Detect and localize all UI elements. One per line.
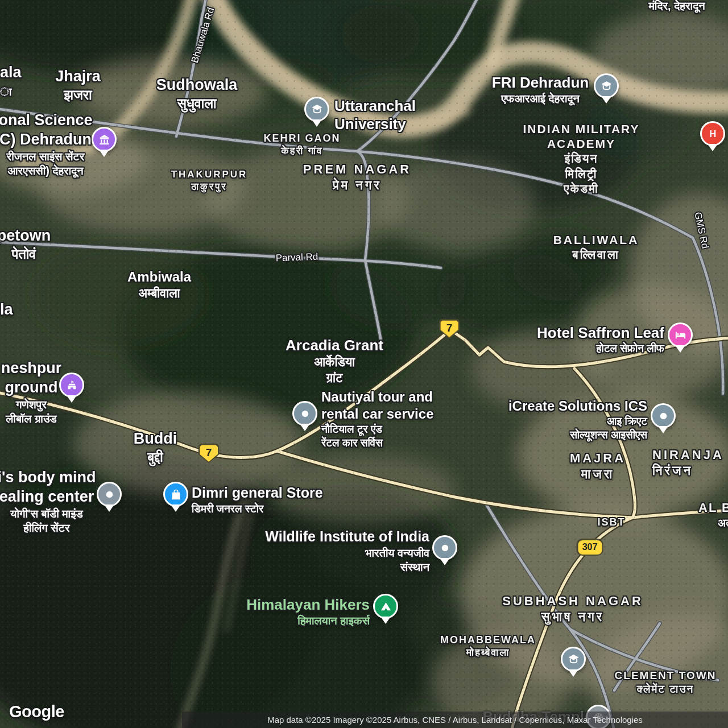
map-label-kehri-gaon: KEHRI GAONकेहरी गांव — [263, 132, 340, 158]
hospital-pin[interactable]: H — [700, 121, 725, 146]
route-shield-route-7-buddi: 7 — [198, 444, 220, 464]
nautiyal-pin[interactable] — [292, 401, 317, 426]
map-label-line: मोहब्बेवाला — [440, 646, 536, 659]
map-label-line: CLEMENT TOWN — [615, 669, 717, 682]
map-label-line: ground — [1, 378, 62, 398]
map-label-line: PREM NAGAR — [303, 162, 411, 177]
map-label-line: क्लेमेंट टाउन — [615, 682, 717, 696]
map-label-line: मिलिट्री — [523, 167, 640, 181]
map-label-line: इंडियन — [523, 151, 640, 166]
clement-school-pin[interactable] — [561, 647, 586, 672]
map-label-nautiyal-car-service[interactable]: Nautiyal tour andrental car serviceनौटिय… — [321, 388, 433, 450]
route-shield-route-307: 307 — [577, 539, 603, 556]
map-label-line: योगी'स बॉडी माइंड — [0, 507, 96, 521]
map-label-yogi-healing-center[interactable]: i's body mindealing centerयोगी'स बॉडी मा… — [0, 468, 96, 535]
ganeshpur-ground-pin[interactable] — [59, 373, 84, 398]
map-label-line: ा — [0, 85, 12, 99]
regional-science-centre-pin[interactable] — [92, 127, 117, 152]
wildlife-institute-pin[interactable] — [432, 535, 457, 560]
dot-icon — [103, 488, 116, 501]
map-label-line: Arcadia Grant — [286, 336, 383, 355]
dot-icon — [439, 541, 452, 555]
hotel-saffron-leaf-pin[interactable] — [668, 322, 693, 348]
fri-dehradun-pin[interactable] — [594, 73, 619, 98]
map-label-la-fragment: la — [0, 300, 13, 320]
map-label-line: FRI Dehradun — [492, 73, 589, 92]
bed-icon — [674, 329, 687, 342]
google-logo[interactable]: Google — [9, 702, 64, 721]
map-label-mandir-dehradun[interactable]: मंदिर, देहरादून — [649, 0, 705, 13]
map-label-line: बल्लिवाला — [553, 247, 639, 262]
map-label-line: MAJRA — [570, 450, 626, 466]
map-label-line: Himalayan Hikers — [246, 595, 370, 614]
map-label-line: सोल्यूशन्स आइसीएस — [508, 428, 647, 442]
map-label-line: University — [334, 115, 416, 134]
map-label-line: पेतोवं — [0, 246, 51, 263]
map-label-line: ealing center — [0, 487, 96, 507]
map-label-uttaranchal-university[interactable]: UttaranchalUniversity — [334, 97, 416, 134]
map-label-line: केहरी गांव — [263, 144, 340, 158]
map-label-line: petown — [0, 226, 51, 246]
map-label-line: सुभाष नगर — [502, 609, 643, 625]
map-label-dimri-general-store[interactable]: Dimri general Storeडिमरी जनरल स्टोर — [192, 484, 323, 515]
svg-text:H: H — [709, 129, 716, 139]
map-label-sudhowala: Sudhowalaसुधुवाला — [156, 76, 238, 112]
map-label-buddi: Buddiबुद्दी — [134, 429, 177, 466]
map-label-line: MOHABBEWALA — [440, 634, 536, 647]
road-label-gms-rd: GMS Rd — [692, 211, 710, 250]
map-label-line: Buddi — [134, 429, 177, 449]
map-label-line: C) Dehradun — [0, 130, 93, 150]
map-label-line: अत — [718, 516, 728, 530]
map-label-ambiwala: Ambiwalaअम्बीवाला — [127, 268, 191, 301]
map-label-line: संस्थान — [265, 560, 429, 574]
map-label-line: SUBHASH NAGAR — [502, 593, 643, 609]
map-label-line: भारतीय वन्यजीव — [265, 546, 429, 560]
map-label-line: लीबॉल ग्राउंड — [1, 412, 62, 426]
map-label-isbt: ISBT — [597, 516, 625, 529]
map-label-line: NIRANJA — [652, 447, 724, 463]
map-label-line: हीलिंग सेंटर — [0, 521, 96, 535]
school-icon — [311, 103, 324, 116]
map-label-line: Wildlife Institute of India — [265, 528, 429, 545]
map-label-line: THAKURPUR — [171, 168, 248, 180]
map-label-ganeshpur-ground[interactable]: neshpurgroundगणेशपुरलीबॉल ग्राउंड — [1, 359, 62, 426]
map-label-regional-science-centre[interactable]: onal ScienceC) Dehradunरीजनल साइंस सेंटर… — [0, 111, 93, 178]
map-label-line: आइ क्रिएट — [508, 415, 647, 428]
dimri-store-pin[interactable] — [163, 482, 188, 507]
yogi-healing-center-pin[interactable] — [97, 482, 122, 507]
map-label-ala-hindi-fragment: ा — [0, 85, 12, 99]
tent-icon — [379, 600, 392, 613]
road-label-bhauwala-rd: Bhauwala Rd — [189, 6, 217, 65]
map-label-hotel-saffron-leaf[interactable]: Hotel Saffron Leafहोटल सेफ्रोन लीफ — [537, 324, 664, 355]
map-label-fri-dehradun[interactable]: FRI Dehradunएफआरआई देहरादून — [492, 73, 589, 106]
map-label-line: ACADEMY — [523, 136, 640, 151]
dot-icon — [299, 407, 312, 420]
map-label-line: i's body mind — [0, 468, 96, 487]
himalayan-hikers-pin[interactable] — [373, 594, 398, 619]
road-label-parval-rd: Parval Rd — [275, 251, 318, 264]
icreate-pin[interactable] — [651, 403, 676, 428]
map-label-line: Dimri general Store — [192, 484, 323, 502]
map-label-line: ग्रांट — [286, 370, 383, 386]
map-label-himalayan-hikers[interactable]: Himalayan Hikersहिमालयान हाइकर्स — [246, 595, 370, 628]
uttaranchal-university-pin[interactable] — [304, 97, 329, 122]
map-label-majra: MAJRAमाजरा — [570, 450, 626, 482]
map-label-icreate-solutions[interactable]: iCreate Solutions ICSआइ क्रिएटसोल्यूशन्स… — [508, 398, 647, 442]
map-label-arcadia-grant[interactable]: Arcadia Grantआर्केडियाग्रांट — [286, 336, 383, 386]
museum-icon — [98, 133, 111, 146]
map-label-line: मंदिर, देहरादून — [649, 0, 705, 13]
google-maps-satellite-canvas[interactable]: alaाJhajraझजराSudhowalaसुधुवालाonal Scie… — [0, 0, 728, 728]
map-label-thakurpur: THAKURPURठाकुरपुर — [171, 168, 248, 193]
map-label-line: नौटियाल टूर एंड — [321, 423, 433, 436]
hospital-icon: H — [706, 127, 719, 140]
map-label-line: neshpur — [1, 359, 62, 378]
map-label-line: रेंटल कार सर्विस — [321, 436, 433, 450]
map-label-line: प्रेम नगर — [303, 177, 411, 193]
map-label-wildlife-institute[interactable]: Wildlife Institute of Indiaभारतीय वन्यजी… — [265, 528, 429, 574]
map-label-line: Jhajra — [55, 67, 101, 86]
map-label-line: INDIAN MILITARY — [523, 122, 640, 136]
map-label-line: आर्केडिया — [286, 354, 383, 370]
map-label-line: ठाकुरपुर — [171, 181, 248, 193]
map-label-line: अम्बीवाला — [127, 286, 191, 301]
map-label-clement-town: CLEMENT TOWNक्लेमेंट टाउन — [615, 669, 717, 696]
